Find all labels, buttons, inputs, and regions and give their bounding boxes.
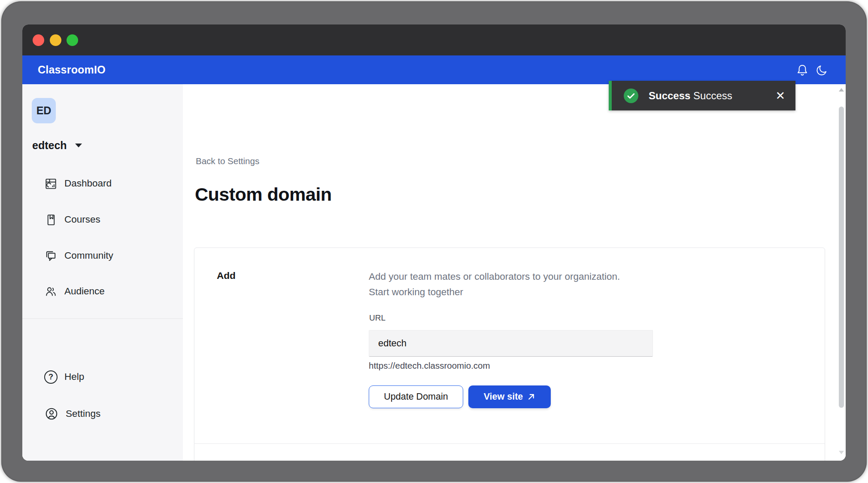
scroll-down-arrow-icon[interactable] [839, 451, 844, 454]
view-site-label: View site [484, 391, 523, 402]
card-divider [194, 443, 825, 444]
brand-logo[interactable]: ClassroomIO [38, 55, 106, 84]
add-section-description: Add your team mates or collaborators to … [369, 269, 620, 300]
url-field-label: URL [369, 313, 385, 323]
launch-icon [527, 393, 535, 401]
vertical-scrollbar[interactable] [837, 84, 846, 461]
sidebar-item-label: Help [64, 371, 84, 382]
bell-icon [795, 63, 809, 77]
add-section-label: Add [217, 270, 236, 281]
sidebar-item-dashboard[interactable]: Dashboard [44, 174, 112, 193]
sidebar-item-help[interactable]: ? Help [44, 368, 84, 386]
back-to-settings-link[interactable]: Back to Settings [196, 156, 259, 166]
sidebar-item-settings[interactable]: Settings [44, 405, 100, 423]
scrollbar-thumb[interactable] [839, 107, 844, 408]
org-selector[interactable]: edtech [32, 137, 82, 154]
sidebar-divider [22, 318, 183, 319]
window-titlebar [22, 24, 846, 55]
check-circle-icon [624, 89, 638, 103]
sidebar-item-label: Settings [66, 408, 100, 419]
url-helper-text: https://edtech.classroomio.com [369, 361, 490, 371]
sidebar: ED edtech Dashboard [22, 84, 183, 461]
toast-message: Success Success [649, 90, 732, 102]
org-avatar[interactable]: ED [32, 98, 56, 123]
settings-icon [44, 407, 59, 421]
moon-icon [815, 63, 829, 77]
zoom-window-button[interactable] [67, 34, 78, 46]
toast-title: Success [649, 90, 690, 101]
sidebar-item-label: Dashboard [64, 178, 112, 189]
sidebar-item-audience[interactable]: Audience [44, 282, 105, 300]
courses-icon [44, 213, 58, 226]
community-icon [44, 249, 58, 263]
dashboard-icon [44, 177, 58, 190]
minimize-window-button[interactable] [50, 34, 61, 46]
description-line-2: Start working together [369, 284, 620, 300]
scroll-up-arrow-icon[interactable] [839, 88, 844, 92]
description-line-1: Add your team mates or collaborators to … [369, 269, 620, 284]
toast-close-button[interactable]: ✕ [775, 81, 785, 110]
org-name: edtech [32, 139, 67, 152]
help-icon: ? [44, 370, 58, 384]
page-title: Custom domain [195, 184, 331, 205]
toast-success: Success Success ✕ [609, 81, 795, 110]
chevron-down-icon [75, 144, 82, 147]
sidebar-item-label: Courses [64, 214, 100, 225]
app-header: ClassroomIO [22, 55, 846, 84]
custom-domain-card: Add Add your team mates or collaborators… [194, 248, 825, 461]
notifications-button[interactable] [795, 63, 809, 77]
sidebar-item-community[interactable]: Community [44, 247, 113, 265]
sidebar-item-label: Community [64, 250, 113, 261]
audience-icon [44, 285, 58, 298]
view-site-button[interactable]: View site [468, 385, 551, 408]
toast-detail: Success [693, 90, 732, 101]
app-window: ClassroomIO Success Success [22, 24, 846, 461]
sidebar-item-courses[interactable]: Courses [44, 211, 100, 229]
url-input[interactable] [369, 330, 653, 357]
sidebar-item-label: Audience [64, 286, 105, 297]
update-domain-button[interactable]: Update Domain [369, 385, 463, 408]
theme-toggle-button[interactable] [815, 63, 829, 77]
close-window-button[interactable] [33, 34, 44, 46]
content-area: ED edtech Dashboard [22, 84, 846, 461]
